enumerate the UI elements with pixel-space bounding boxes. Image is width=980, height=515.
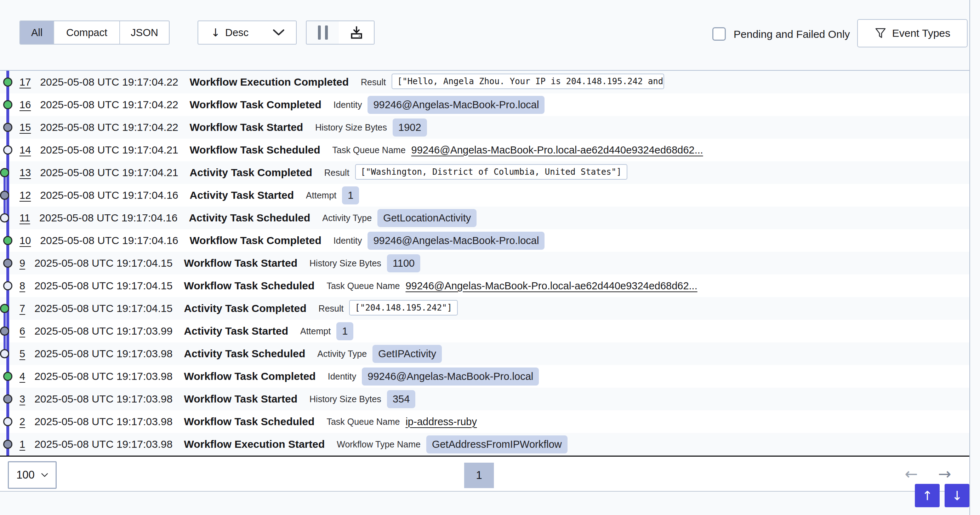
event-row[interactable]: 6 2025-05-08 UTC 19:17:03.99 Activity Ta… xyxy=(0,320,969,342)
toolbar: All Compact JSON ↓ Desc xyxy=(0,0,969,70)
event-id-link[interactable]: 2 xyxy=(19,416,25,428)
event-row[interactable]: 17 2025-05-08 UTC 19:17:04.22 Workflow E… xyxy=(0,71,969,93)
event-id-link[interactable]: 11 xyxy=(19,212,30,224)
event-row[interactable]: 8 2025-05-08 UTC 19:17:04.15 Workflow Ta… xyxy=(0,274,969,297)
pagination-bar: 100 1 ← → xyxy=(0,456,969,492)
event-timestamp: 2025-05-08 UTC 19:17:04.21 xyxy=(40,166,178,179)
event-status-marker-icon xyxy=(0,326,9,336)
event-id-link[interactable]: 17 xyxy=(19,76,31,88)
next-page-button[interactable]: → xyxy=(934,463,955,484)
event-rows: 17 2025-05-08 UTC 19:17:04.22 Workflow E… xyxy=(0,71,969,456)
event-name: Activity Task Started xyxy=(184,325,288,337)
event-name: Activity Task Completed xyxy=(184,303,306,314)
event-attribute-label: Attempt xyxy=(306,190,336,201)
event-attribute-label: Activity Type xyxy=(317,349,367,359)
chevron-down-icon xyxy=(273,29,285,36)
event-id-link[interactable]: 13 xyxy=(19,167,31,179)
event-row[interactable]: 9 2025-05-08 UTC 19:17:04.15 Workflow Ta… xyxy=(0,252,969,274)
event-row[interactable]: 15 2025-05-08 UTC 19:17:04.22 Workflow T… xyxy=(0,116,969,139)
event-row[interactable]: 13 2025-05-08 UTC 19:17:04.21 Activity T… xyxy=(0,161,969,184)
event-id-link[interactable]: 1 xyxy=(19,439,25,450)
attribute-value-badge: 354 xyxy=(387,390,415,408)
attribute-value-code: ["Hello, Angela Zhou. Your IP is 204.148… xyxy=(391,74,664,89)
previous-page-button[interactable]: ← xyxy=(901,463,922,484)
scroll-to-top-button[interactable]: ↑ xyxy=(915,484,940,507)
event-attribute-label: Result xyxy=(361,77,386,87)
event-status-marker-icon xyxy=(0,349,9,358)
event-status-marker-icon xyxy=(3,372,13,381)
event-id-link[interactable]: 12 xyxy=(19,190,31,201)
event-row[interactable]: 12 2025-05-08 UTC 19:17:04.16 Activity T… xyxy=(0,184,969,206)
event-status-marker-icon xyxy=(3,258,13,268)
event-id-link[interactable]: 5 xyxy=(19,348,25,360)
event-row[interactable]: 4 2025-05-08 UTC 19:17:03.98 Workflow Ta… xyxy=(0,365,969,388)
view-mode-compact-button[interactable]: Compact xyxy=(54,21,119,44)
attribute-value-code: ["Washington, District of Columbia, Unit… xyxy=(355,164,627,180)
event-attribute-value: GetIPActivity xyxy=(372,345,442,363)
event-attribute-label: History Size Bytes xyxy=(309,394,381,404)
event-attribute-label: Identity xyxy=(334,100,362,110)
event-row[interactable]: 5 2025-05-08 UTC 19:17:03.98 Activity Ta… xyxy=(0,342,969,365)
event-row[interactable]: 10 2025-05-08 UTC 19:17:04.16 Workflow T… xyxy=(0,229,969,252)
event-id-link[interactable]: 9 xyxy=(19,258,25,269)
event-name: Workflow Task Scheduled xyxy=(190,144,320,156)
event-status-marker-icon xyxy=(3,395,13,404)
event-id-link[interactable]: 6 xyxy=(19,325,25,337)
event-timestamp: 2025-05-08 UTC 19:17:04.21 xyxy=(40,144,178,156)
event-timestamp: 2025-05-08 UTC 19:17:03.98 xyxy=(34,393,172,405)
event-id-link[interactable]: 15 xyxy=(19,122,31,133)
event-row[interactable]: 1 2025-05-08 UTC 19:17:03.98 Workflow Ex… xyxy=(0,433,969,456)
event-attribute-label: History Size Bytes xyxy=(309,258,381,268)
event-row[interactable]: 11 2025-05-08 UTC 19:17:04.16 Activity T… xyxy=(0,206,969,229)
event-row[interactable]: 3 2025-05-08 UTC 19:17:03.98 Workflow Ta… xyxy=(0,388,969,410)
sort-down-arrow-icon: ↓ xyxy=(211,26,220,39)
pause-button[interactable] xyxy=(307,21,339,44)
download-icon xyxy=(349,25,364,40)
event-timestamp: 2025-05-08 UTC 19:17:04.15 xyxy=(34,257,172,269)
event-row[interactable]: 16 2025-05-08 UTC 19:17:04.22 Workflow T… xyxy=(0,93,969,116)
stream-download-control xyxy=(306,21,375,44)
sort-label: Desc xyxy=(225,27,248,38)
attribute-value-badge: 1 xyxy=(342,186,359,204)
pending-failed-only-checkbox[interactable] xyxy=(712,27,726,41)
event-id-link[interactable]: 16 xyxy=(19,99,31,111)
event-row[interactable]: 14 2025-05-08 UTC 19:17:04.21 Workflow T… xyxy=(0,139,969,161)
event-status-marker-icon xyxy=(3,145,13,155)
page-size-select[interactable]: 100 xyxy=(8,461,57,489)
funnel-icon xyxy=(875,27,886,39)
event-id-link[interactable]: 8 xyxy=(19,280,25,292)
sort-desc-button[interactable]: ↓ Desc xyxy=(198,21,261,44)
scroll-to-bottom-button[interactable]: ↓ xyxy=(945,484,969,507)
event-attribute-value: 99246@Angelas-MacBook-Pro.local-ae62d440… xyxy=(411,144,703,156)
pause-icon xyxy=(318,25,328,40)
view-mode-json-button[interactable]: JSON xyxy=(119,21,169,44)
event-id-link[interactable]: 7 xyxy=(19,303,25,314)
event-timestamp: 2025-05-08 UTC 19:17:03.98 xyxy=(34,370,172,382)
event-attribute-label: Workflow Type Name xyxy=(337,439,421,450)
event-id-link[interactable]: 3 xyxy=(19,393,25,405)
event-name: Workflow Task Started xyxy=(184,393,298,405)
attribute-value-badge: 1100 xyxy=(387,254,420,273)
event-attribute-label: Identity xyxy=(334,236,362,246)
view-mode-all-button[interactable]: All xyxy=(20,21,54,44)
event-status-marker-icon xyxy=(3,281,13,290)
chevron-down-icon xyxy=(41,473,48,477)
attribute-value-link[interactable]: 99246@Angelas-MacBook-Pro.local-ae62d440… xyxy=(406,280,697,292)
event-name: Workflow Task Completed xyxy=(190,235,321,247)
current-page-button[interactable]: 1 xyxy=(464,463,494,488)
event-id-link[interactable]: 4 xyxy=(19,371,25,382)
attribute-value-badge: 99246@Angelas-MacBook-Pro.local xyxy=(368,96,544,114)
event-attribute-label: Task Queue Name xyxy=(332,145,406,155)
event-row[interactable]: 2 2025-05-08 UTC 19:17:03.98 Workflow Ta… xyxy=(0,410,969,433)
event-id-link[interactable]: 14 xyxy=(19,144,31,156)
event-attribute-value: GetAddressFromIPWorkflow xyxy=(426,436,568,453)
event-attribute-label: Activity Type xyxy=(322,213,372,223)
sort-options-dropdown-button[interactable] xyxy=(261,21,296,44)
event-row[interactable]: 7 2025-05-08 UTC 19:17:04.15 Activity Ta… xyxy=(0,297,969,320)
attribute-value-link[interactable]: ip-address-ruby xyxy=(406,416,477,427)
event-id-link[interactable]: 10 xyxy=(19,235,31,247)
attribute-value-link[interactable]: 99246@Angelas-MacBook-Pro.local-ae62d440… xyxy=(411,144,703,155)
event-types-filter-button[interactable]: Event Types xyxy=(857,19,967,48)
event-attribute-value: ip-address-ruby xyxy=(406,416,477,428)
download-button[interactable] xyxy=(339,21,374,44)
